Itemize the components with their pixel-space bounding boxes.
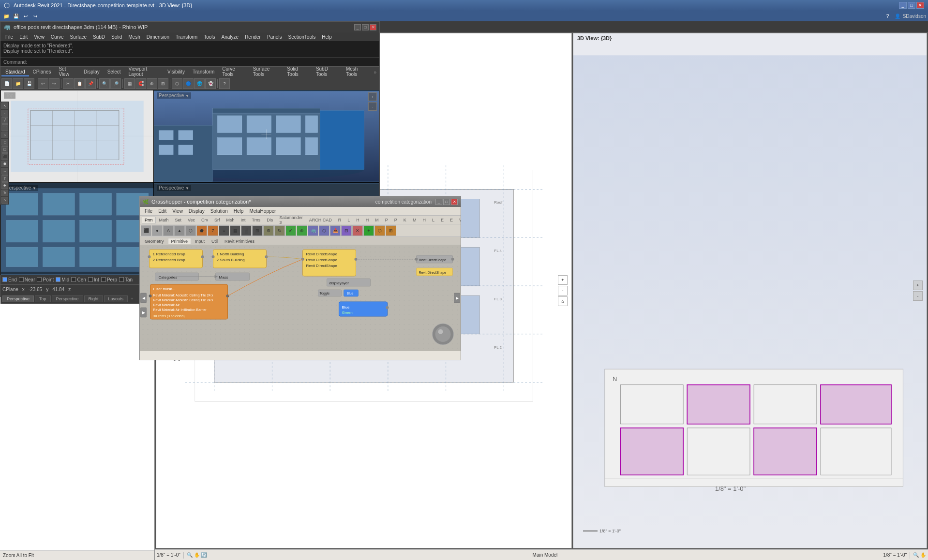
rhino-icon-redo[interactable]: ↪ (49, 78, 60, 89)
rhino-icon-paste[interactable]: 📌 (85, 78, 96, 89)
3d-nav-zoom-out[interactable]: - (913, 291, 923, 301)
rhino-icon-shade[interactable]: 🔵 (183, 78, 194, 89)
rhino-icon-render[interactable]: 🌐 (194, 78, 205, 89)
rhino-command-line[interactable]: Command: (0, 58, 379, 67)
revit-maximize-btn[interactable]: □ (908, 2, 915, 9)
rhino-menu-help[interactable]: Help (319, 34, 335, 40)
rhino-vtab-right[interactable]: Right (84, 295, 103, 302)
rhino-tab-mesh[interactable]: Mesh Tools (342, 67, 372, 77)
gh-tab-h3[interactable]: H (419, 217, 429, 223)
revit-qat-redo-btn[interactable]: ↪ (31, 12, 40, 20)
gh-subtab-revit[interactable]: Revit Primitives (222, 238, 257, 244)
gh-tab-dis[interactable]: Dis (264, 217, 276, 223)
rhino-tab-visibility[interactable]: Visibility (164, 68, 189, 76)
gh-tab-msh[interactable]: Msh (224, 217, 238, 223)
rhino-vtab-plus[interactable]: + (129, 296, 135, 302)
3d-nav-zoom-in[interactable]: + (913, 280, 923, 290)
gh-icon-revit-d[interactable]: ⊟ (341, 225, 352, 236)
rhino-side-circle[interactable]: ○ (1, 132, 8, 138)
rhino-tab-subd[interactable]: SubD Tools (312, 67, 342, 77)
rhino-tab-standard[interactable]: Standard (1, 68, 29, 76)
rhino-menu-tools[interactable]: Tools (201, 34, 218, 40)
rhino-vtab-layouts[interactable]: Layouts (104, 295, 128, 302)
gh-subtab-util[interactable]: Util (209, 238, 221, 244)
rhino-vtab-persp2[interactable]: Perspective (52, 295, 83, 302)
rhino-icon-copy[interactable]: 📋 (74, 78, 85, 89)
rhino-icon-ortho[interactable]: ⊞ (158, 78, 168, 89)
gh-tab-v[interactable]: V (456, 217, 461, 223)
gh-icon-util-a[interactable]: ⚙ (263, 225, 274, 236)
rhino-icon-snap[interactable]: 🧲 (135, 78, 146, 89)
rhino-close-btn[interactable]: ✕ (370, 24, 376, 30)
gh-subtab-primitive[interactable]: Primitive (168, 238, 192, 244)
rhino-viewport-top[interactable]: Top (1, 90, 153, 182)
rhino-vtab-perspective[interactable]: Perspective (2, 295, 34, 302)
rhino-menu-dimension[interactable]: Dimension (144, 34, 172, 40)
rhino-tab-curve[interactable]: Curve Tools (218, 67, 249, 77)
rhino-side-surf[interactable]: ◫ (1, 146, 8, 153)
gh-menu-help[interactable]: Help (231, 208, 247, 214)
revit-qat-save-btn[interactable]: 💾 (12, 12, 20, 20)
gh-tab-prm[interactable]: Prm (142, 217, 156, 223)
rhino-vtab-top[interactable]: Top (35, 295, 51, 302)
gh-minimize-btn[interactable]: _ (435, 199, 442, 205)
rhino-icon-ghost[interactable]: 👻 (205, 78, 216, 89)
rhino-command-input[interactable] (29, 59, 376, 65)
rhino-viewport-perspective-tr[interactable]: Perspective ▼ (154, 90, 379, 182)
gh-menu-display[interactable]: Display (186, 208, 208, 214)
gh-menu-metahopper[interactable]: MetaHopper (246, 208, 279, 214)
gh-tab-m2[interactable]: M (410, 217, 419, 223)
rhino-tab-cplanes[interactable]: CPlanes (29, 68, 55, 76)
gh-tab-math[interactable]: Math (156, 217, 172, 223)
rhino-menu-curve[interactable]: Curve (48, 34, 67, 40)
rhino-side-extrude[interactable]: ⬛ (1, 153, 8, 160)
rhino-icon-zoom-ext[interactable]: 🔍 (99, 78, 110, 89)
rhino-menu-analyze[interactable]: Analyze (219, 34, 242, 40)
gh-icon-geom-sphere[interactable]: ● (152, 225, 163, 236)
rhino-menu-mesh[interactable]: Mesh (125, 34, 143, 40)
gh-icon-inp-d[interactable]: ⊞ (252, 225, 263, 236)
gh-icon-prim-b[interactable]: ▲ (174, 225, 185, 236)
gh-icon-inp-b[interactable]: ▦ (230, 225, 240, 236)
rhino-tab-solid[interactable]: Solid Tools (283, 67, 312, 77)
gh-tab-int[interactable]: Int (238, 217, 249, 223)
snap-mid[interactable]: Mid (56, 277, 69, 282)
gh-icon-prim-e[interactable]: 7 (208, 225, 218, 236)
gh-icon-util-c[interactable]: ✔ (285, 225, 296, 236)
gh-icon-extra-c[interactable]: ⬡ (374, 225, 385, 236)
rhino-side-curve[interactable]: ⌒ (1, 124, 8, 131)
rhino-icon-save[interactable]: 💾 (24, 78, 34, 89)
gh-tab-e2[interactable]: E (447, 217, 456, 223)
gh-icon-revit-b[interactable]: ⬡ (319, 225, 329, 236)
snap-int[interactable]: Int (88, 277, 99, 282)
gh-menu-solution[interactable]: Solution (208, 208, 231, 214)
pb-zoom-all[interactable]: Zoom All to Fit (0, 550, 154, 560)
gh-icon-prim-d[interactable]: ⬟ (196, 225, 207, 236)
rhino-menu-panels[interactable]: Panels (264, 34, 285, 40)
rhino-side-mesh[interactable]: ⬢ (1, 161, 8, 167)
rhino-tab-viewport[interactable]: Viewport Layout (125, 67, 164, 77)
revit-minimize-btn[interactable]: _ (899, 2, 907, 9)
revit-qat-open-btn[interactable]: 📁 (2, 12, 11, 20)
gh-tab-k[interactable]: K (401, 217, 409, 223)
gh-tab-crv[interactable]: Crv (198, 217, 211, 223)
gh-tab-srf[interactable]: Srf (211, 217, 223, 223)
revit-qat-undo-btn[interactable]: ↩ (21, 12, 30, 20)
rhino-maximize-btn[interactable]: □ (362, 24, 369, 30)
rhino-titlebar-controls[interactable]: _ □ ✕ (354, 24, 376, 30)
rhino-icon-zoom-sel[interactable]: 🔎 (110, 78, 121, 89)
rhino-side-line[interactable]: ╱ (1, 117, 8, 124)
gh-icon-extra-a[interactable]: ✕ (352, 225, 363, 236)
east-nav-zoom-in[interactable]: + (558, 275, 568, 285)
snap-perp[interactable]: Perp (101, 277, 117, 282)
gh-canvas[interactable]: 1 Referenced Brap 2 Referenced Brap 1 No… (140, 245, 461, 351)
gh-tab-h2[interactable]: H (363, 217, 372, 223)
gh-close-btn[interactable]: ✕ (451, 199, 458, 205)
rhino-tab-transform[interactable]: Transform (189, 68, 218, 76)
gh-subtab-geometry[interactable]: Geometry (142, 238, 167, 244)
rhino-menu-surface[interactable]: Surface (67, 34, 90, 40)
east-nav-zoom-out[interactable]: - (558, 286, 568, 295)
rhino-menu-subd[interactable]: SubD (90, 34, 108, 40)
rhino-tab-select[interactable]: Select (104, 68, 125, 76)
rhino-icon-grid[interactable]: ▦ (124, 78, 135, 89)
